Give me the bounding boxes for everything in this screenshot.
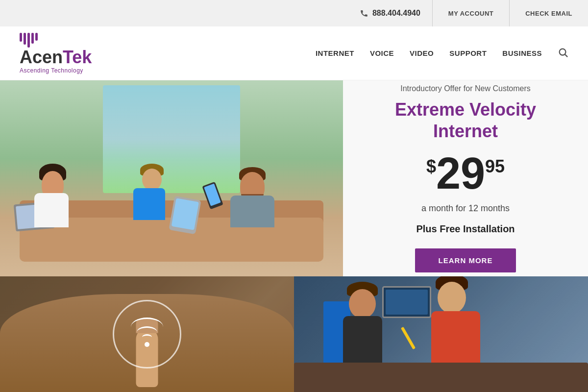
hero-price: $ 29 95 xyxy=(426,151,505,196)
person2-body xyxy=(133,188,165,220)
logo-acen: Acen xyxy=(20,47,63,67)
tv-content xyxy=(386,290,428,315)
nav-internet[interactable]: INTERNET xyxy=(316,49,354,57)
biz-person2-head xyxy=(438,282,466,314)
logo-bar-4 xyxy=(31,33,34,44)
logo-bar-1 xyxy=(20,33,22,42)
nav-links: INTERNET VOICE VIDEO SUPPORT BUSINESS xyxy=(316,47,568,60)
price-cents: 95 xyxy=(485,156,505,177)
panel-internet[interactable] xyxy=(0,276,294,392)
price-main: 29 xyxy=(436,151,485,196)
phone-number[interactable]: 888.404.4940 xyxy=(348,9,432,18)
biz-person2-body xyxy=(431,311,480,365)
logo-bar-2 xyxy=(24,33,26,45)
logo-tek: Tek xyxy=(63,47,92,67)
wifi-arc-large xyxy=(131,318,163,336)
hero-intro: Introductory Offer for New Customers xyxy=(400,84,531,93)
my-account-button[interactable]: MY ACCOUNT xyxy=(432,0,509,26)
bottom-panels xyxy=(0,276,588,392)
nav-support[interactable]: SUPPORT xyxy=(449,49,487,57)
hero-title: Extreme Velocity Internet xyxy=(363,99,568,141)
logo-tagline: Ascending Technology xyxy=(20,67,83,74)
logo-bars xyxy=(20,33,38,48)
svg-line-1 xyxy=(565,54,567,57)
hero-section: Introductory Offer for New Customers Ext… xyxy=(0,80,588,276)
hero-subtext: a month for 12 months xyxy=(421,203,510,214)
hero-free-install: Plus Free Installation xyxy=(416,223,514,235)
wifi-dot xyxy=(145,342,149,347)
hero-image xyxy=(0,80,343,276)
biz-person1-head xyxy=(349,289,376,318)
phone-icon xyxy=(360,9,368,18)
nav-voice[interactable]: VOICE xyxy=(370,49,394,57)
top-bar: 888.404.4940 MY ACCOUNT CHECK EMAIL xyxy=(0,0,588,26)
search-button[interactable] xyxy=(558,47,568,60)
hero-content: Introductory Offer for New Customers Ext… xyxy=(343,80,588,276)
person2-head xyxy=(142,169,162,191)
meeting-desk xyxy=(294,363,588,392)
navbar: AcenTek Ascending Technology INTERNET VO… xyxy=(0,26,588,80)
person3-body xyxy=(230,196,274,227)
learn-more-button[interactable]: LEARN MORE xyxy=(415,248,516,272)
person1-body xyxy=(34,193,69,227)
logo-bar-3 xyxy=(27,33,30,48)
phone-number-text: 888.404.4940 xyxy=(372,9,420,18)
svg-point-0 xyxy=(560,49,566,55)
logo[interactable]: AcenTek Ascending Technology xyxy=(20,33,92,74)
wifi-arcs xyxy=(127,319,167,349)
check-email-button[interactable]: CHECK EMAIL xyxy=(509,0,588,26)
family-scene xyxy=(0,129,343,276)
nav-business[interactable]: BUSINESS xyxy=(502,49,542,57)
wifi-circle xyxy=(113,300,181,368)
logo-bar-5 xyxy=(35,33,38,41)
price-dollar: $ xyxy=(426,156,436,177)
nav-video[interactable]: VIDEO xyxy=(410,49,434,57)
biz-person1-body xyxy=(343,316,382,365)
tv-screen xyxy=(382,286,431,318)
panel-business[interactable] xyxy=(294,276,588,392)
logo-text: AcenTek xyxy=(20,49,92,66)
search-icon xyxy=(558,47,568,58)
